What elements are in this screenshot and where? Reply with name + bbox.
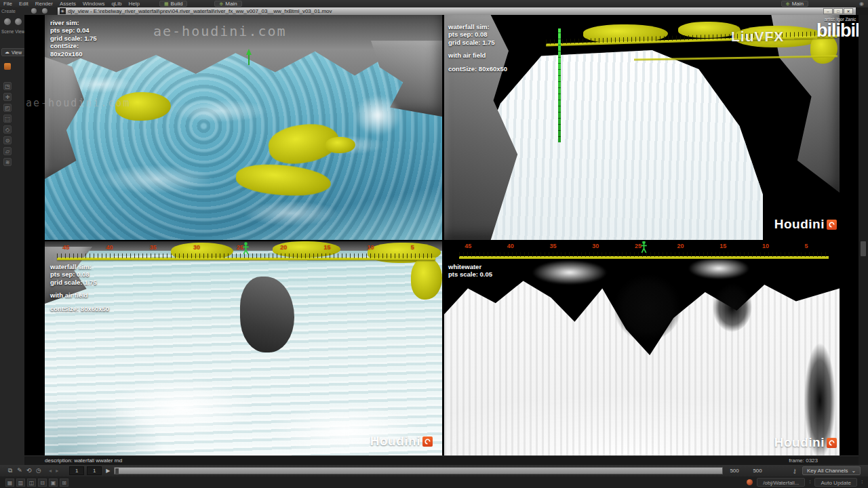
viewport-tool-icon[interactable]: ≋: [3, 158, 12, 166]
scene-view-tab[interactable]: Scene View: [1, 29, 24, 34]
ruler-number: 30: [592, 243, 599, 249]
houdini-left-panel: Scene View ☁ View ◳ ✛ ◰ ⬚ ◇ ⊙ ▱ ≋: [0, 7, 24, 488]
menu-file[interactable]: File: [0, 1, 16, 7]
loop-icon[interactable]: ⟲: [24, 466, 34, 475]
maximize-button[interactable]: □: [833, 8, 843, 14]
height-pole-art: [558, 28, 561, 142]
viewport-tool-icon[interactable]: ✛: [3, 93, 12, 101]
menu-assets[interactable]: Assets: [56, 1, 79, 7]
display-toggle-icon[interactable]: [4, 63, 11, 70]
frame-label: frame: 0323: [789, 458, 818, 464]
shelf-tab-main[interactable]: ⊕ Main: [214, 1, 241, 7]
shelf-tool-icon[interactable]: [15, 18, 22, 25]
description-label: description: waterfall wwater rnd: [45, 458, 122, 464]
view-button-label: View: [12, 50, 22, 55]
chevron-down-icon: ⌄: [852, 468, 856, 474]
viewport-tool-icon[interactable]: ▱: [3, 147, 12, 155]
viewport-tool-icon[interactable]: ◳: [3, 82, 12, 90]
flipbook-icon[interactable]: ⧉: [5, 466, 15, 475]
key-icon[interactable]: ⚷: [792, 468, 797, 474]
shelf-row: Create: [0, 7, 58, 15]
statusbar-icon[interactable]: ▥: [16, 479, 25, 487]
menu-edit[interactable]: Edit: [16, 1, 32, 7]
current-frame-field[interactable]: 1: [87, 466, 102, 475]
overlay-line: with air field: [448, 52, 507, 59]
waterfall-art: [471, 50, 763, 240]
houdini-icon: [827, 438, 837, 448]
frame-step-icons[interactable]: ◂ ▸: [49, 468, 60, 474]
overlay-line: waterfall sim:: [50, 263, 109, 270]
houdini-icon: [422, 436, 433, 447]
scale-ruler: 45 40 35 30 25 20 15 10 5: [459, 245, 829, 260]
scale-ruler: 45 40 35 30 25 20 15 10 5: [57, 247, 435, 262]
houdini-logo: Houdini: [774, 217, 837, 232]
timeline-playhead[interactable]: [115, 468, 119, 474]
key-channels-dropdown[interactable]: Key All Channels ⌄: [802, 466, 861, 475]
start-frame-field[interactable]: 1: [69, 466, 84, 475]
djv-titlebar[interactable]: ✳ djv_view - E:\rebelway_river_waterfall…: [58, 7, 856, 15]
statusbar-icon[interactable]: ⊞: [60, 479, 68, 487]
ruler-number: 35: [550, 243, 557, 249]
dots-icon: ∶: [809, 479, 810, 485]
viewport-tool-icon[interactable]: ◇: [3, 125, 12, 134]
realtime-icon[interactable]: ◷: [34, 466, 43, 475]
djv-info-bar: description: waterfall wwater rnd frame:…: [24, 455, 859, 465]
end-frame-label[interactable]: 500: [730, 468, 746, 474]
overlay-river-sim: river sim: pts sep: 0.04 grid scale: 1.7…: [50, 19, 97, 58]
overlay-line: grid scale: 1.75: [448, 39, 507, 46]
ruler-number: 5: [411, 244, 414, 251]
menu-qlib[interactable]: qLib: [108, 1, 125, 7]
node-path-dropdown[interactable]: /obj/Waterfall...: [757, 478, 805, 487]
global-end-frame-label[interactable]: 500: [753, 468, 769, 474]
overlay-whitewater: whitewater pts scale: 0.05: [448, 263, 492, 279]
statusbar-icon[interactable]: ⊟: [38, 479, 47, 487]
view-button[interactable]: ☁ View: [1, 48, 25, 56]
houdini-logo-text: Houdini: [774, 217, 825, 232]
marker-tree-icon: [244, 49, 254, 65]
foam-art: [106, 377, 255, 438]
ruler-number: 10: [368, 244, 374, 251]
menu-windows[interactable]: Windows: [79, 1, 108, 7]
menu-help[interactable]: Help: [125, 1, 143, 7]
overlay-line: grid scale: 1.75: [50, 279, 109, 286]
ruler-number: 20: [677, 243, 684, 249]
overlay-line: 80x20x160: [50, 50, 97, 58]
foam-art: [354, 95, 401, 136]
cook-status-icon: [747, 479, 753, 485]
shelf-create-label[interactable]: Create: [1, 9, 16, 14]
edit-icon[interactable]: ✎: [15, 466, 24, 475]
viewport-tool-icon[interactable]: ◰: [3, 104, 12, 112]
shelf-tab-main-right[interactable]: ⊕ Main: [781, 1, 808, 7]
menu-render[interactable]: Render: [32, 1, 56, 7]
play-button[interactable]: ▶: [106, 468, 110, 474]
shelf-tab-build[interactable]: ▦ Build: [159, 1, 187, 7]
ae-houdini-watermark: ae-houdini.com: [153, 23, 287, 39]
desktop: File Edit Render Assets Windows qLib Hel…: [0, 0, 868, 488]
houdini-logo: Houdini: [774, 435, 837, 450]
main-right-icon: ⊕: [786, 1, 790, 7]
overlay-line: contSize: 80x60x50: [50, 305, 109, 312]
overlay-line: contSize: 80x60x50: [448, 65, 507, 73]
ruler-number: 20: [280, 244, 287, 251]
statusbar-icon[interactable]: ▦: [5, 479, 14, 487]
timeline-slider[interactable]: [114, 467, 723, 474]
statusbar-icon[interactable]: ◫: [27, 479, 36, 487]
spray-art: [688, 258, 749, 279]
overlay-line: whitewater: [448, 263, 492, 270]
viewport-tool-icon[interactable]: ⊙: [3, 136, 12, 144]
statusbar-icon[interactable]: ▣: [49, 479, 58, 487]
bilibili-logo: bilibili: [804, 22, 859, 40]
help-icon[interactable]: ◉: [859, 1, 864, 7]
minimize-button[interactable]: –: [823, 8, 833, 14]
update-mode-dropdown[interactable]: Auto Update: [814, 478, 856, 487]
djv-viewport[interactable]: river sim: pts sep: 0.04 grid scale: 1.7…: [24, 15, 859, 465]
shelf-tool-icon[interactable]: [42, 8, 47, 14]
shelf-tool-icon[interactable]: [4, 18, 11, 25]
close-button[interactable]: ✕: [844, 8, 853, 14]
shelf-tool-icon[interactable]: [31, 8, 37, 14]
overlay-line: pts sep: 0.04: [50, 26, 97, 34]
overlay-line: contSize:: [50, 42, 97, 49]
right-edge-panel: [859, 15, 868, 465]
pane-grip[interactable]: [861, 241, 866, 256]
viewport-tool-icon[interactable]: ⬚: [3, 115, 12, 123]
